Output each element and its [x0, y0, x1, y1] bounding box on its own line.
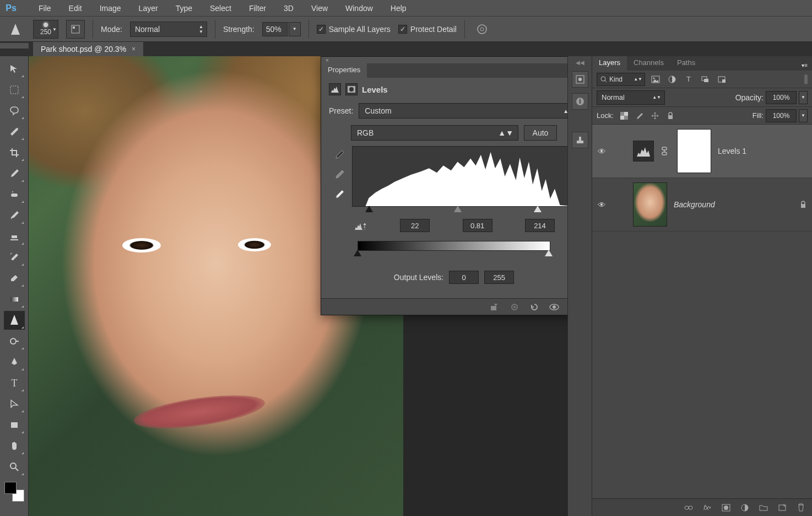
opacity-input[interactable]: 100%	[766, 91, 797, 104]
fill-input[interactable]: 100%	[766, 109, 797, 122]
close-tab-icon[interactable]: ×	[132, 45, 136, 53]
rectangle-tool[interactable]	[4, 416, 25, 434]
path-selection-tool[interactable]	[4, 395, 25, 413]
add-mask-icon[interactable]	[721, 502, 732, 513]
layer-mask-thumb[interactable]	[677, 129, 711, 173]
sharpen-tool[interactable]	[4, 311, 25, 330]
channels-tab[interactable]: Channels	[627, 56, 670, 71]
new-group-icon[interactable]	[758, 502, 769, 513]
lock-position-icon[interactable]	[650, 111, 660, 121]
document-canvas[interactable]: × Properties ▾≡ Levels Preset:	[29, 56, 567, 516]
preset-select[interactable]: Custom▲▼	[359, 103, 567, 119]
document-tab[interactable]: Park shoot.psd @ 20.3% ×	[33, 42, 143, 56]
filter-type-icon[interactable]: T	[683, 74, 695, 85]
filter-smart-icon[interactable]	[716, 74, 728, 85]
move-tool[interactable]	[4, 60, 25, 78]
eraser-tool[interactable]	[4, 269, 25, 288]
layer-row-background[interactable]: 👁 Background	[592, 178, 812, 232]
menu-window[interactable]: Window	[337, 1, 382, 16]
dock-icon-3[interactable]	[572, 132, 588, 148]
output-white-field[interactable]: 255	[484, 271, 514, 284]
menu-view[interactable]: View	[302, 1, 337, 16]
sample-all-layers-checkbox[interactable]: ✓Sample All Layers	[317, 25, 391, 34]
brush-panel-toggle[interactable]	[66, 20, 85, 39]
protect-detail-checkbox[interactable]: ✓Protect Detail	[398, 25, 457, 34]
zoom-tool[interactable]	[4, 458, 25, 476]
marquee-tool[interactable]	[4, 80, 25, 99]
foreground-background-colors[interactable]	[3, 481, 25, 503]
clone-stamp-tool[interactable]	[4, 227, 25, 246]
layer-name[interactable]: Background	[674, 200, 715, 209]
strength-input[interactable]: 50%	[262, 22, 288, 36]
white-point-eyedropper[interactable]	[334, 189, 347, 201]
visibility-toggle-icon[interactable]	[548, 301, 560, 313]
gray-point-eyedropper[interactable]	[334, 169, 347, 181]
input-white-field[interactable]: 214	[525, 219, 555, 232]
auto-button[interactable]: Auto	[524, 125, 557, 141]
brush-preset-picker[interactable]: 250 ▼	[33, 20, 58, 39]
layer-filter-kind[interactable]: Kind▲▼	[597, 73, 645, 86]
info-panel-icon[interactable]: i	[572, 93, 588, 110]
pen-tool[interactable]	[4, 353, 25, 372]
menu-type[interactable]: Type	[167, 1, 201, 16]
layer-name[interactable]: Levels 1	[718, 147, 746, 155]
blend-mode-select[interactable]: Normal▲▼	[597, 90, 665, 105]
eyedropper-tool[interactable]	[4, 164, 25, 183]
crop-tool[interactable]	[4, 143, 25, 162]
menu-select[interactable]: Select	[201, 1, 240, 16]
input-black-field[interactable]: 22	[400, 219, 430, 232]
filter-shape-icon[interactable]	[699, 74, 711, 85]
dock-icon-1[interactable]	[572, 71, 588, 88]
link-layers-icon[interactable]	[683, 502, 694, 513]
menu-3d[interactable]: 3D	[275, 1, 302, 16]
layer-thumb[interactable]	[633, 182, 667, 227]
mask-link-icon[interactable]	[661, 146, 670, 156]
new-layer-icon[interactable]	[777, 502, 788, 513]
clip-warning-icon[interactable]	[353, 219, 367, 232]
strength-dropdown[interactable]: ▼	[289, 22, 301, 36]
visibility-eye-icon[interactable]: 👁	[598, 147, 609, 156]
lasso-tool[interactable]	[4, 101, 25, 120]
layer-style-icon[interactable]: fx▾	[702, 502, 713, 513]
gradient-tool[interactable]	[4, 290, 25, 309]
lock-transparency-icon[interactable]	[619, 111, 629, 121]
new-adjustment-icon[interactable]	[739, 502, 750, 513]
hand-tool[interactable]	[4, 437, 25, 455]
visibility-eye-icon[interactable]: 👁	[598, 200, 609, 209]
menu-filter[interactable]: Filter	[240, 1, 275, 16]
menu-file[interactable]: File	[30, 1, 60, 16]
healing-brush-tool[interactable]	[4, 185, 25, 204]
filter-adjustment-icon[interactable]	[666, 74, 678, 85]
filter-pixel-icon[interactable]	[649, 74, 662, 85]
output-black-field[interactable]: 0	[449, 271, 479, 284]
type-tool[interactable]: T	[4, 374, 25, 393]
foreground-color-swatch[interactable]	[4, 482, 17, 494]
fill-dropdown[interactable]: ▼	[799, 109, 808, 122]
dodge-tool[interactable]	[4, 332, 25, 351]
input-slider[interactable]	[352, 207, 567, 217]
current-tool-icon[interactable]	[6, 19, 25, 39]
black-point-eyedropper[interactable]	[334, 149, 347, 162]
layers-tab[interactable]: Layers	[592, 56, 627, 71]
layer-row-levels[interactable]: 👁 Levels 1	[592, 125, 812, 178]
pressure-size-toggle[interactable]	[473, 20, 491, 39]
layers-panel-menu-icon[interactable]: ▾≡	[797, 60, 812, 71]
properties-tab[interactable]: Properties	[321, 63, 367, 78]
menu-edit[interactable]: Edit	[60, 1, 91, 16]
channel-select[interactable]: RGB▲▼	[351, 125, 518, 141]
delete-layer-icon[interactable]	[795, 502, 806, 513]
history-brush-tool[interactable]	[4, 248, 25, 267]
adjustment-thumb[interactable]	[633, 141, 654, 162]
previous-state-icon[interactable]	[508, 301, 521, 313]
mask-icon[interactable]	[345, 83, 358, 95]
output-gradient[interactable]	[358, 241, 550, 251]
brush-tool[interactable]	[4, 206, 25, 225]
menu-layer[interactable]: Layer	[130, 1, 167, 16]
magic-wand-tool[interactable]	[4, 122, 25, 141]
lock-pixels-icon[interactable]	[635, 111, 645, 121]
clip-to-layer-icon[interactable]	[489, 301, 501, 313]
mode-select[interactable]: Normal▲▼	[130, 22, 207, 37]
panel-close-icon[interactable]: ×	[326, 57, 329, 63]
filter-toggle[interactable]	[804, 74, 808, 84]
paths-tab[interactable]: Paths	[670, 56, 702, 71]
